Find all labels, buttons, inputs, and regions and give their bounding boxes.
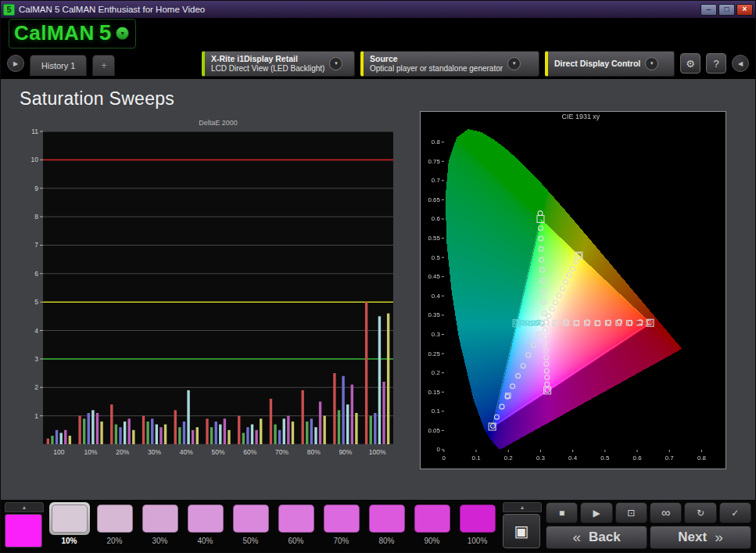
help-button[interactable]: ? xyxy=(706,53,726,74)
display-control-arrow-icon[interactable]: ▼ xyxy=(645,57,658,70)
settings-gear-button[interactable]: ⚙ xyxy=(680,53,700,74)
svg-text:DeltaE 2000: DeltaE 2000 xyxy=(199,119,238,127)
svg-text:5: 5 xyxy=(34,298,38,306)
svg-text:0.7: 0.7 xyxy=(665,454,675,461)
single-read-button[interactable]: ⊡ xyxy=(615,502,647,523)
saturation-swatch-30[interactable]: 30% xyxy=(138,502,181,546)
svg-text:7: 7 xyxy=(34,241,38,249)
swatch-label: 100% xyxy=(468,537,488,546)
svg-text:0.7: 0.7 xyxy=(432,177,441,184)
swatch-label: 90% xyxy=(424,537,439,546)
swatch-plate xyxy=(231,502,271,535)
swatch-plate xyxy=(457,502,498,535)
swatch-plate xyxy=(95,502,135,535)
next-button[interactable]: Next » xyxy=(650,526,751,549)
svg-text:80%: 80% xyxy=(307,448,321,456)
deltae-bar-chart: DeltaE 2000123456789101110010%20%30%40%5… xyxy=(20,117,398,471)
collapse-right-panel-button[interactable]: ◀ xyxy=(732,55,749,72)
swatch-label: 20% xyxy=(106,537,122,546)
source-dropdown-arrow-icon[interactable]: ▼ xyxy=(507,57,521,70)
swatch-color-patch xyxy=(460,505,496,533)
title-bar: 5 CalMAN 5 CalMAN Enthusiast for Home Vi… xyxy=(1,1,755,18)
pattern-color-patch[interactable] xyxy=(5,514,42,548)
svg-text:6: 6 xyxy=(34,270,38,278)
deltae-bar-chart-svg: DeltaE 2000123456789101110010%20%30%40%5… xyxy=(20,117,398,471)
saturation-swatch-90[interactable]: 90% xyxy=(410,502,453,546)
svg-text:8: 8 xyxy=(34,213,38,221)
accept-button[interactable]: ✓ xyxy=(719,502,751,523)
swatch-color-patch xyxy=(324,505,360,533)
saturation-swatch-20[interactable]: 20% xyxy=(93,502,136,546)
saturation-swatch-50[interactable]: 50% xyxy=(229,502,272,546)
next-label: Next xyxy=(678,530,707,545)
saturation-swatch-70[interactable]: 70% xyxy=(320,502,363,546)
minimize-button[interactable]: – xyxy=(700,4,717,16)
svg-text:90%: 90% xyxy=(339,448,352,456)
back-label: Back xyxy=(589,530,621,545)
svg-text:11: 11 xyxy=(31,127,38,135)
saturation-swatch-100[interactable]: 100% xyxy=(456,502,499,546)
stop-button[interactable]: ■ xyxy=(546,502,578,523)
svg-text:0: 0 xyxy=(442,454,446,461)
swatch-color-patch xyxy=(233,505,269,533)
pattern-window-button[interactable]: ▣ xyxy=(503,514,540,548)
calman-logo[interactable]: CalMAN 5 ▼ xyxy=(9,19,136,48)
source-dropdown[interactable]: Source Optical player or standalone gene… xyxy=(360,51,539,77)
tab-history-1[interactable]: History 1 xyxy=(30,55,87,76)
saturation-swatch-10[interactable]: 10% xyxy=(48,502,91,546)
svg-text:70%: 70% xyxy=(275,448,288,456)
back-button[interactable]: « Back xyxy=(546,526,647,549)
svg-text:0.25: 0.25 xyxy=(428,350,440,357)
svg-text:3: 3 xyxy=(34,355,38,363)
svg-text:0.15: 0.15 xyxy=(428,389,440,396)
window-title: CalMAN 5 CalMAN Enthusiast for Home Vide… xyxy=(19,5,697,14)
swatch-plate xyxy=(185,502,226,535)
refresh-button[interactable]: ↻ xyxy=(684,502,716,523)
saturation-swatch-80[interactable]: 80% xyxy=(365,502,408,546)
svg-text:0.8: 0.8 xyxy=(697,454,707,461)
charts-area: DeltaE 2000123456789101110010%20%30%40%5… xyxy=(20,117,736,471)
app-icon: 5 xyxy=(3,4,15,16)
swatch-label: 10% xyxy=(61,537,77,546)
window-controls: – □ × xyxy=(700,4,753,16)
meter-dropdown-arrow-icon[interactable]: ▼ xyxy=(329,57,342,70)
svg-text:4: 4 xyxy=(34,327,38,335)
svg-text:9: 9 xyxy=(34,185,38,192)
logo-menu-arrow-icon[interactable]: ▼ xyxy=(116,27,129,40)
expand-left-panel-button[interactable]: ▶ xyxy=(7,55,24,72)
continuous-read-button[interactable]: ∞ xyxy=(650,502,682,523)
svg-text:50%: 50% xyxy=(211,448,224,456)
close-button[interactable]: × xyxy=(736,4,753,16)
swatch-label: 80% xyxy=(378,537,394,546)
svg-text:0.05: 0.05 xyxy=(428,427,440,434)
back-chevron-icon: « xyxy=(572,529,581,546)
meter-dropdown[interactable]: X-Rite i1Display Retail LCD Direct View … xyxy=(202,51,355,77)
svg-text:100%: 100% xyxy=(369,448,386,456)
swatch-label: 40% xyxy=(197,537,213,546)
source-dropdown-text: Source Optical player or standalone gene… xyxy=(370,54,503,74)
add-tab-button[interactable]: + xyxy=(92,55,115,76)
svg-text:40%: 40% xyxy=(180,448,193,456)
saturation-swatch-40[interactable]: 40% xyxy=(184,502,227,546)
swatch-plate xyxy=(412,502,453,535)
svg-text:0: 0 xyxy=(436,446,440,453)
swatch-color-patch xyxy=(52,505,88,533)
swatch-label: 60% xyxy=(288,537,303,546)
svg-text:0.1: 0.1 xyxy=(432,408,441,415)
window-pattern-column: ▲ ▣ xyxy=(503,502,542,548)
display-control-dropdown[interactable]: Direct Display Control ▼ xyxy=(545,51,675,77)
play-button[interactable]: ▶ xyxy=(580,502,612,523)
maximize-button[interactable]: □ xyxy=(718,4,735,16)
app-window: 5 CalMAN 5 CalMAN Enthusiast for Home Vi… xyxy=(0,0,756,553)
cie-1931-chart: CIE 1931 xy00.10.20.30.40.50.60.70.800.0… xyxy=(420,111,726,469)
svg-text:60%: 60% xyxy=(243,448,256,456)
page-title: Saturation Sweeps xyxy=(20,88,736,110)
swatch-label: 50% xyxy=(242,537,258,546)
svg-text:0.2: 0.2 xyxy=(504,454,514,461)
pattern-column: ▲ xyxy=(5,502,44,548)
pattern-popup-arrow-button[interactable]: ▲ xyxy=(5,502,44,512)
saturation-swatch-60[interactable]: 60% xyxy=(274,502,317,546)
window-pattern-popup-arrow-button[interactable]: ▲ xyxy=(503,502,542,512)
svg-text:0.3: 0.3 xyxy=(536,454,546,461)
svg-text:0.1: 0.1 xyxy=(472,454,482,461)
